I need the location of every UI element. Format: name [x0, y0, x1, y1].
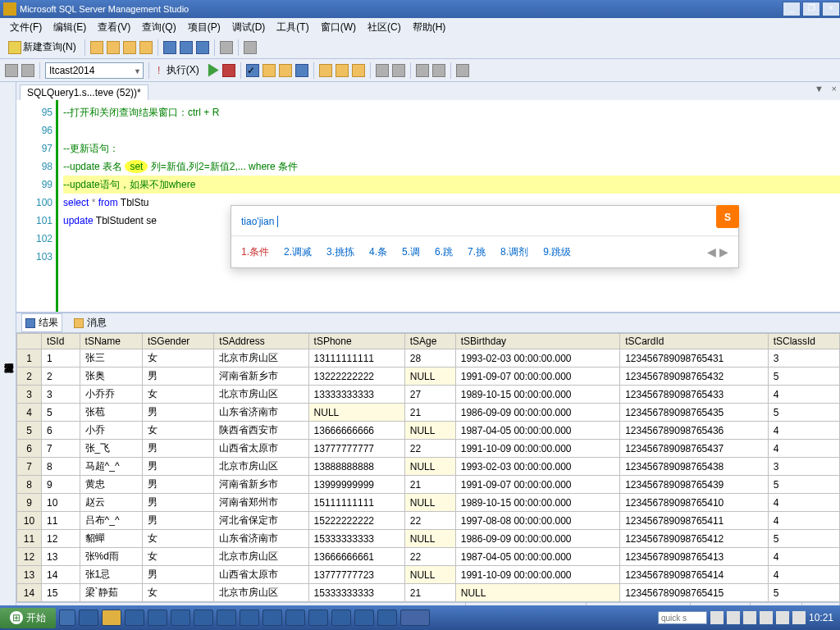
ime-candidate[interactable]: 9.跳级: [543, 243, 571, 261]
tb-icon-2[interactable]: [107, 41, 120, 54]
menu-query[interactable]: 查询(Q): [137, 19, 180, 36]
specs-icon[interactable]: [456, 64, 469, 77]
menu-debug[interactable]: 调试(D): [227, 19, 271, 36]
task-ie[interactable]: [79, 609, 98, 626]
document-tab[interactable]: SQLQuery1.s...teve (52))*: [20, 84, 148, 100]
tray-icon-4[interactable]: [760, 611, 773, 624]
tb-icon-4[interactable]: [139, 41, 153, 54]
results-text-icon[interactable]: [319, 64, 332, 77]
tray-clock[interactable]: 10:21: [809, 612, 833, 623]
uncomment-icon[interactable]: [392, 64, 405, 77]
table-row[interactable]: 56小乔女陕西省西安市13666666666NULL1987-04-05 00:…: [17, 422, 840, 440]
ime-candidate[interactable]: 2.调减: [284, 243, 312, 261]
connect-icon[interactable]: [5, 64, 18, 77]
stop-icon[interactable]: [222, 64, 235, 77]
menu-window[interactable]: 窗口(W): [316, 19, 361, 36]
table-row[interactable]: 1415梁`静茹女北京市房山区1533333333321NULL12345678…: [17, 584, 840, 602]
execute-button[interactable]: ! 执行(X): [154, 62, 203, 79]
close-button[interactable]: ×: [822, 2, 840, 16]
table-row[interactable]: 1314张1忌男山西省太原市13777777723NULL1991-10-09 …: [17, 566, 840, 584]
task-app3[interactable]: [171, 609, 190, 626]
comment-icon[interactable]: [376, 64, 389, 77]
menu-help[interactable]: 帮助(H): [408, 19, 451, 36]
table-row[interactable]: 11张三女北京市房山区13111111111281993-02-03 00:00…: [17, 349, 840, 368]
task-app8[interactable]: [285, 609, 305, 626]
tab-messages[interactable]: 消息: [71, 314, 110, 331]
tab-results[interactable]: 结果: [21, 313, 62, 332]
ime-candidate[interactable]: 1.条件: [241, 243, 269, 261]
open-icon[interactable]: [163, 41, 176, 54]
ime-candidates[interactable]: 1.条件2.调减3.挑拣4.条5.调6.跳7.挑8.调剂9.跳级◀ ▶: [231, 236, 738, 267]
task-ssms[interactable]: [59, 609, 75, 626]
debug-icon[interactable]: [206, 64, 219, 77]
ime-candidate[interactable]: 5.调: [402, 243, 420, 261]
ime-candidate[interactable]: 3.挑拣: [326, 243, 354, 261]
table-row[interactable]: 67张_飞男山西省太原市13777777777221991-10-09 00:0…: [17, 440, 840, 458]
tray-icon-5[interactable]: [776, 611, 789, 624]
tb-icon-1[interactable]: [90, 41, 103, 54]
task-app2[interactable]: [148, 609, 167, 626]
tray-icon-2[interactable]: [727, 611, 740, 624]
task-app6[interactable]: [240, 609, 259, 626]
tray-icon-3[interactable]: [743, 611, 756, 624]
indent-out-icon[interactable]: [416, 64, 429, 77]
tray-icon-1[interactable]: [710, 611, 724, 624]
table-row[interactable]: 78马超^_^男北京市房山区13888888888NULL1993-02-03 …: [17, 458, 840, 476]
table-row[interactable]: 22张奥男河南省新乡市13222222222NULL1991-09-07 00:…: [17, 368, 840, 386]
task-app10[interactable]: [331, 609, 351, 626]
new-query-button[interactable]: 新建查询(N): [5, 39, 80, 56]
table-row[interactable]: 45张苞男山东省济南市NULL211986-09-09 00:00:00.000…: [17, 404, 840, 422]
quicksearch-input[interactable]: [658, 611, 707, 624]
results-file-icon[interactable]: [352, 64, 365, 77]
table-row[interactable]: 1112貂蟬女山东省济南市15333333333NULL1986-09-09 0…: [17, 530, 840, 548]
tab-close-x[interactable]: ×: [832, 84, 837, 94]
table-row[interactable]: 1213张%d雨女北京市房山区13666666661221987-04-05 0…: [17, 548, 840, 566]
menu-edit[interactable]: 编辑(E): [48, 19, 91, 36]
menu-project[interactable]: 项目(P): [183, 19, 226, 36]
table-row[interactable]: 1011吕布^_^男河北省保定市15222222222221997-08-08 …: [17, 512, 840, 530]
object-explorer-tab[interactable]: 对象资源管理器: [0, 82, 16, 620]
intellisense-icon[interactable]: [295, 64, 308, 77]
ime-candidate[interactable]: 4.条: [369, 243, 387, 261]
task-folder[interactable]: [102, 609, 121, 626]
task-app4[interactable]: [194, 609, 213, 626]
results-grid-icon[interactable]: [336, 64, 349, 77]
menu-view[interactable]: 查看(V): [93, 19, 135, 36]
menu-file[interactable]: 文件(F): [5, 19, 47, 36]
task-app11[interactable]: [354, 609, 374, 626]
change-conn-icon[interactable]: [21, 64, 34, 77]
tb-icon-5[interactable]: [220, 41, 233, 54]
ime-candidate[interactable]: 8.调剂: [500, 243, 528, 261]
activity-icon[interactable]: [244, 41, 257, 54]
database-combo[interactable]: Itcast2014: [45, 62, 144, 79]
results-grid[interactable]: tSIdtSNametSGendertSAddresstSPhonetSAget…: [16, 333, 840, 602]
save-icon[interactable]: [180, 41, 193, 54]
ime-page-arrows[interactable]: ◀ ▶: [707, 243, 728, 261]
tray-icon-6[interactable]: [792, 611, 806, 624]
task-app12[interactable]: [377, 609, 397, 626]
indent-in-icon[interactable]: [432, 64, 445, 77]
task-app9[interactable]: [308, 609, 328, 626]
menu-tools[interactable]: 工具(T): [272, 19, 313, 36]
table-row[interactable]: 89黄忠男河南省新乡市13999999999211991-09-07 00:00…: [17, 476, 840, 494]
sql-editor[interactable]: 9596979899100101102103 --打开和关闭查询结果窗口：ctr…: [16, 100, 840, 313]
start-button[interactable]: ⊞开始: [0, 608, 56, 628]
table-row[interactable]: 33小乔乔女北京市房山区13333333333271989-10-15 00:0…: [17, 386, 840, 404]
task-app7[interactable]: [262, 609, 282, 626]
save-all-icon[interactable]: [196, 41, 209, 54]
code-area[interactable]: --打开和关闭查询结果窗口：ctrl + R --更新语句：--update 表…: [56, 100, 840, 312]
task-app1[interactable]: [125, 609, 144, 626]
ime-candidate[interactable]: 7.挑: [468, 243, 486, 261]
task-ssms2[interactable]: [400, 609, 430, 626]
restore-button[interactable]: ❐: [802, 2, 820, 16]
tab-close-icon[interactable]: ▼: [815, 84, 824, 94]
parse-icon[interactable]: ✓: [246, 64, 259, 77]
task-app5[interactable]: [217, 609, 236, 626]
tb-icon-3[interactable]: [123, 41, 136, 54]
ime-candidate[interactable]: 6.跳: [435, 243, 453, 261]
opts-icon[interactable]: [279, 64, 292, 77]
plan-icon[interactable]: [262, 64, 276, 77]
menu-community[interactable]: 社区(C): [363, 19, 406, 36]
table-row[interactable]: 910赵云男河南省郑州市15111111111NULL1989-10-15 00…: [17, 494, 840, 512]
minimize-button[interactable]: _: [783, 2, 801, 16]
